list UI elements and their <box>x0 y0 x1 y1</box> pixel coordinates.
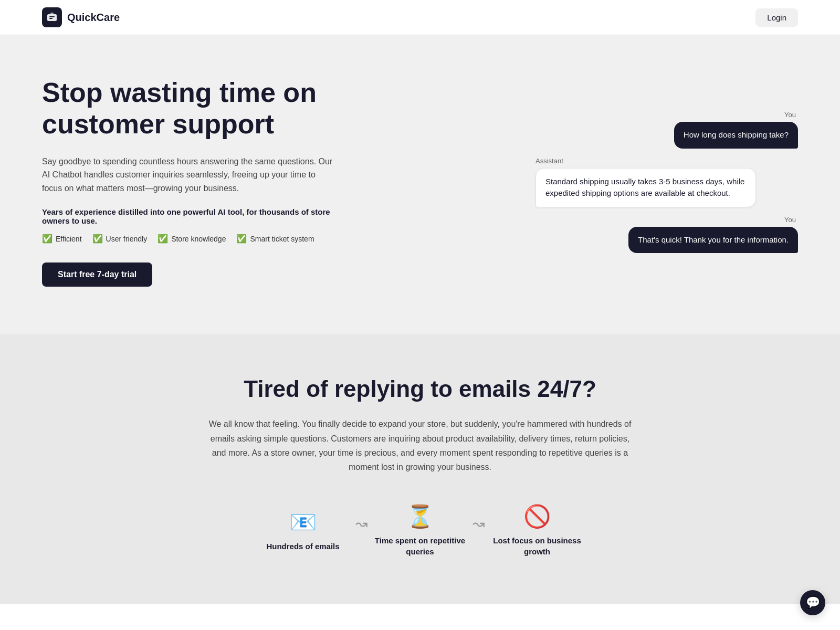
assistant-label: Assistant <box>536 157 563 165</box>
feature-user-friendly: ✅ User friendly <box>92 234 148 244</box>
chat-bubble-you-2: That's quick! Thank you for the informat… <box>628 227 798 254</box>
chat-bubble-you-1: How long does shipping take? <box>674 122 798 149</box>
time-label: Time spent on repetitive queries <box>373 535 467 557</box>
login-button[interactable]: Login <box>755 8 798 27</box>
logo-text: QuickCare <box>67 12 120 24</box>
feature-label: Efficient <box>56 235 82 243</box>
time-icon: ⏳ <box>406 506 434 528</box>
check-icon: ✅ <box>236 234 247 244</box>
pain-item-time: ⏳ Time spent on repetitive queries <box>373 506 467 557</box>
check-icon: ✅ <box>42 234 52 244</box>
svg-rect-1 <box>49 16 55 17</box>
feature-efficient: ✅ Efficient <box>42 234 82 244</box>
pain-title: Tired of replying to emails 24/7? <box>42 376 798 402</box>
hero-section: Stop wasting time on customer support Sa… <box>0 35 840 334</box>
chat-you-row-2: You That's quick! Thank you for the info… <box>536 216 798 254</box>
feature-label: User friendly <box>106 235 148 243</box>
focus-label: Lost focus on business growth <box>490 535 584 557</box>
logo-icon <box>42 7 62 27</box>
hero-subtitle: Say goodbye to spending countless hours … <box>42 155 336 195</box>
logo-area: QuickCare <box>42 7 120 27</box>
emails-label: Hundreds of emails <box>266 541 339 552</box>
svg-rect-2 <box>49 18 52 19</box>
focus-icon: 🚫 <box>523 506 551 528</box>
pain-item-focus: 🚫 Lost focus on business growth <box>490 506 584 557</box>
hero-title: Stop wasting time on customer support <box>42 77 336 140</box>
check-icon: ✅ <box>158 234 168 244</box>
feature-label: Smart ticket system <box>250 235 314 243</box>
pain-section: Tired of replying to emails 24/7? We all… <box>0 334 840 604</box>
cta-button[interactable]: Start free 7-day trial <box>42 262 152 287</box>
chat-icon: 💬 <box>806 596 820 604</box>
feature-store-knowledge: ✅ Store knowledge <box>158 234 226 244</box>
navbar: QuickCare Login <box>0 0 840 35</box>
arrow-icon-1: ↝ <box>355 515 368 532</box>
feature-label: Store knowledge <box>171 235 226 243</box>
hero-left: Stop wasting time on customer support Sa… <box>42 77 336 287</box>
emails-icon: 📧 <box>289 511 317 533</box>
svg-rect-0 <box>47 14 57 21</box>
chat-bubble-assistant: Standard shipping usually takes 3-5 busi… <box>536 168 756 207</box>
svg-rect-3 <box>50 13 54 14</box>
arrow-icon-2: ↝ <box>472 515 485 532</box>
hero-tagline: Years of experience distilled into one p… <box>42 207 336 225</box>
you-label-1: You <box>784 111 796 119</box>
features-list: ✅ Efficient ✅ User friendly ✅ Store know… <box>42 234 336 244</box>
chat-demo: You How long does shipping take? Assista… <box>536 111 798 253</box>
you-label-2: You <box>784 216 796 224</box>
chat-you-row-1: You How long does shipping take? <box>536 111 798 149</box>
feature-smart-ticket: ✅ Smart ticket system <box>236 234 314 244</box>
check-icon: ✅ <box>92 234 103 244</box>
pain-icons-row: 📧 Hundreds of emails ↝ ⏳ Time spent on r… <box>42 506 798 557</box>
pain-item-emails: 📧 Hundreds of emails <box>256 511 350 552</box>
pain-description: We all know that feeling. You finally de… <box>205 417 635 474</box>
chat-assistant-row: Assistant Standard shipping usually take… <box>536 157 798 207</box>
